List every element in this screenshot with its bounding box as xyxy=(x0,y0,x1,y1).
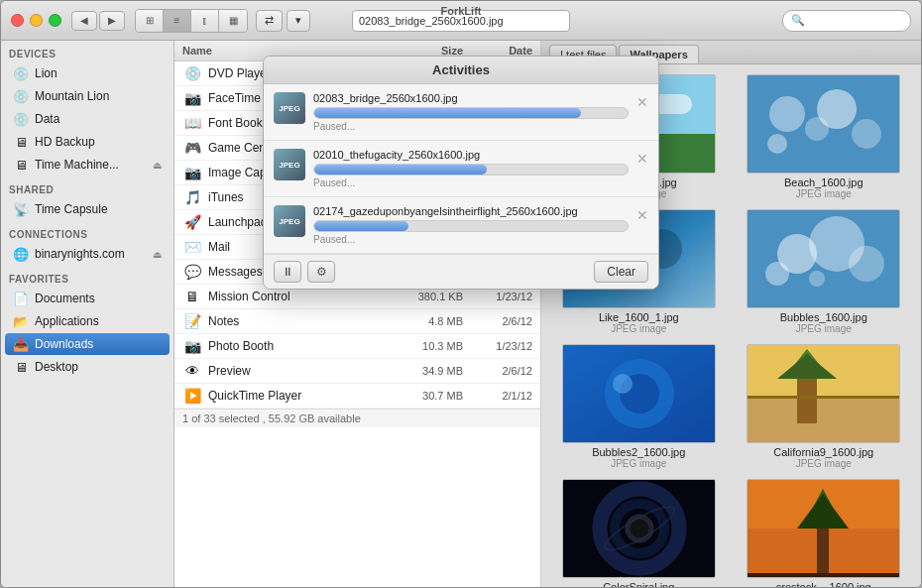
activity-close-button[interactable]: ✕ xyxy=(636,207,648,223)
activity-file-icon: JPEG xyxy=(274,205,305,237)
activity-progress-bar xyxy=(314,165,487,175)
activity-status: Paused... xyxy=(313,177,629,188)
activity-close-button[interactable]: ✕ xyxy=(636,94,648,110)
activity-progress-bar-container xyxy=(313,107,629,119)
activities-panel: Activities JPEG 02083_bridge_2560x1600.j… xyxy=(263,56,659,290)
activity-progress-bar xyxy=(314,221,408,231)
activity-name: 02174_gazeduponbyangelsintheirflight_256… xyxy=(313,205,629,217)
activities-footer: ⏸ ⚙ Clear xyxy=(264,254,658,289)
activity-progress-bar-container xyxy=(313,220,629,232)
activity-file-icon: JPEG xyxy=(274,92,305,124)
activity-item: JPEG 02010_thefugacity_2560x1600.jpg Pau… xyxy=(264,141,658,197)
activity-progress-bar xyxy=(314,108,581,118)
activity-info: 02010_thefugacity_2560x1600.jpg Paused..… xyxy=(313,149,629,188)
activity-name: 02083_bridge_2560x1600.jpg xyxy=(313,92,629,104)
modal-overlay: Activities JPEG 02083_bridge_2560x1600.j… xyxy=(1,1,921,587)
settings-button[interactable]: ⚙ xyxy=(307,261,335,283)
activity-status: Paused... xyxy=(313,234,629,245)
activity-file-icon: JPEG xyxy=(274,149,305,180)
activity-item: JPEG 02083_bridge_2560x1600.jpg Paused..… xyxy=(264,84,658,141)
activity-info: 02083_bridge_2560x1600.jpg Paused... xyxy=(313,92,629,132)
activity-name: 02010_thefugacity_2560x1600.jpg xyxy=(313,149,629,161)
activity-progress-bar-container xyxy=(313,164,629,176)
activities-header: Activities xyxy=(264,57,658,84)
activity-close-button[interactable]: ✕ xyxy=(636,151,648,167)
activity-item: JPEG 02174_gazeduponbyangelsintheirfligh… xyxy=(264,197,658,254)
pause-all-button[interactable]: ⏸ xyxy=(274,261,301,283)
clear-button[interactable]: Clear xyxy=(594,261,648,283)
activity-info: 02174_gazeduponbyangelsintheirflight_256… xyxy=(313,205,629,245)
activity-status: Paused... xyxy=(313,121,629,132)
